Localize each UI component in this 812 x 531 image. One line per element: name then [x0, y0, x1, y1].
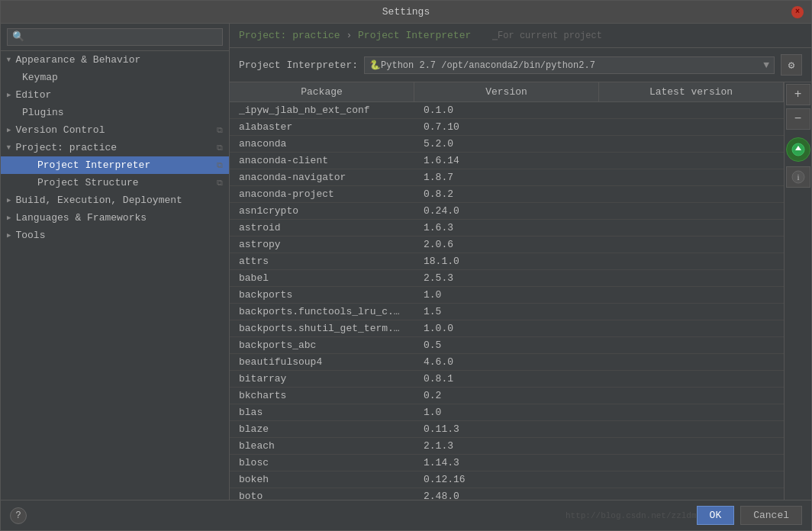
cell-latest: [599, 304, 784, 320]
breadcrumb-path: Project: practice: [239, 30, 340, 41]
close-button[interactable]: ×: [791, 6, 804, 18]
cell-package: backports: [230, 287, 414, 303]
col-version: Version: [414, 82, 599, 101]
cell-package: backports.functools_lru_c...: [230, 304, 414, 320]
table-row[interactable]: boto 2.48.0: [230, 488, 784, 500]
interpreter-bar: Project Interpreter: 🐍Python 2.7 /opt/an…: [230, 48, 811, 82]
remove-package-button[interactable]: −: [786, 108, 810, 130]
cell-latest: [599, 186, 784, 202]
cell-package: bkcharts: [230, 388, 414, 404]
dropdown-icon: ▼: [763, 60, 769, 71]
interpreter-label: Project Interpreter:: [239, 60, 358, 71]
ok-button[interactable]: OK: [697, 506, 735, 525]
interpreter-value: 🐍Python 2.7 /opt/anaconda2/bin/python2.7: [369, 60, 595, 71]
title-bar: Settings ×: [1, 1, 811, 24]
table-row[interactable]: bkcharts 0.2: [230, 388, 784, 404]
side-actions: + − i: [784, 82, 811, 500]
cell-version: 0.5: [414, 337, 599, 353]
cell-package: _ipyw_jlab_nb_ext_conf: [230, 102, 414, 118]
table-row[interactable]: _ipyw_jlab_nb_ext_conf 0.1.0: [230, 102, 784, 119]
info-package-button[interactable]: i: [786, 166, 810, 188]
arrow-icon: ▶: [7, 126, 11, 134]
cell-latest: [599, 371, 784, 387]
cell-package: bokeh: [230, 471, 414, 488]
sidebar-item-languages[interactable]: ▶ Languages & Frameworks: [1, 209, 229, 227]
table-body: _ipyw_jlab_nb_ext_conf 0.1.0 alabaster 0…: [230, 102, 784, 500]
sidebar-item-project-interpreter[interactable]: Project Interpreter ⧉: [1, 156, 229, 174]
breadcrumb: Project: practice › Project Interpreter …: [230, 24, 811, 48]
cell-latest: [599, 320, 784, 336]
packages-area: Package Version Latest version _ipyw_jla…: [230, 82, 811, 500]
table-row[interactable]: astroid 1.6.3: [230, 220, 784, 237]
cell-package: bleach: [230, 438, 414, 454]
table-row[interactable]: bitarray 0.8.1: [230, 371, 784, 388]
cell-latest: [599, 203, 784, 219]
sidebar-item-tools[interactable]: ▶ Tools: [1, 227, 229, 244]
table-row[interactable]: backports 1.0: [230, 287, 784, 304]
interpreter-select[interactable]: 🐍Python 2.7 /opt/anaconda2/bin/python2.7…: [364, 56, 775, 74]
cancel-button[interactable]: Cancel: [740, 506, 802, 525]
sidebar-item-build[interactable]: ▶ Build, Execution, Deployment: [1, 191, 229, 209]
table-row[interactable]: attrs 18.1.0: [230, 253, 784, 270]
cell-version: 0.8.1: [414, 371, 599, 387]
sidebar-item-label: Editor: [15, 89, 51, 101]
table-row[interactable]: bleach 2.1.3: [230, 438, 784, 455]
sidebar-item-label: Project: practice: [15, 142, 117, 153]
sidebar-item-label: Plugins: [22, 107, 64, 118]
bottom-bar: ? http://blog.csdn.net/zzldm OK Cancel: [1, 500, 811, 530]
table-row[interactable]: anaconda-project 0.8.2: [230, 186, 784, 203]
window-title: Settings: [382, 6, 430, 18]
sidebar-item-project-practice[interactable]: ▶ Project: practice ⧉: [1, 139, 229, 156]
table-row[interactable]: astropy 2.0.6: [230, 237, 784, 253]
sidebar-item-keymap[interactable]: Keymap: [1, 69, 229, 86]
cell-version: 2.48.0: [414, 488, 599, 500]
table-row[interactable]: anaconda 5.2.0: [230, 136, 784, 153]
upgrade-package-button[interactable]: [786, 137, 810, 162]
arrow-icon: ▶: [7, 196, 11, 204]
breadcrumb-separator: ›: [346, 30, 358, 41]
sidebar-item-version-control[interactable]: ▶ Version Control ⧉: [1, 121, 229, 139]
cell-latest: [599, 404, 784, 420]
table-row[interactable]: anaconda-client 1.6.14: [230, 153, 784, 169]
cell-latest: [599, 169, 784, 185]
sidebar-item-label: Version Control: [15, 124, 105, 136]
table-row[interactable]: backports_abc 0.5: [230, 337, 784, 354]
arrow-icon: ▶: [7, 91, 11, 99]
bottom-right: OK Cancel: [697, 506, 802, 525]
table-row[interactable]: babel 2.5.3: [230, 270, 784, 287]
sidebar-item-plugins[interactable]: Plugins: [1, 104, 229, 121]
table-row[interactable]: beautifulsoup4 4.6.0: [230, 354, 784, 371]
cell-latest: [599, 119, 784, 135]
cell-package: anaconda-project: [230, 186, 414, 202]
sidebar-item-project-structure[interactable]: Project Structure ⧉: [1, 174, 229, 191]
cell-latest: [599, 253, 784, 269]
main-area: ▶ Appearance & Behavior Keymap ▶ Editor …: [1, 24, 811, 500]
table-header: Package Version Latest version: [230, 82, 784, 102]
cell-package: blaze: [230, 421, 414, 437]
help-button[interactable]: ?: [10, 507, 27, 524]
search-input[interactable]: [7, 28, 223, 46]
sidebar-item-appearance[interactable]: ▶ Appearance & Behavior: [1, 51, 229, 69]
table-row[interactable]: backports.shutil_get_term... 1.0.0: [230, 320, 784, 337]
gear-button[interactable]: ⚙: [781, 54, 802, 76]
cell-latest: [599, 220, 784, 236]
copy-icon: ⧉: [217, 161, 223, 170]
cell-latest: [599, 153, 784, 169]
cell-package: blas: [230, 404, 414, 420]
cell-version: 0.12.16: [414, 471, 599, 488]
cell-latest: [599, 354, 784, 370]
table-row[interactable]: asn1crypto 0.24.0: [230, 203, 784, 220]
table-row[interactable]: alabaster 0.7.10: [230, 119, 784, 136]
search-bar: [1, 24, 229, 51]
table-row[interactable]: blas 1.0: [230, 404, 784, 421]
table-row[interactable]: blosc 1.14.3: [230, 455, 784, 471]
table-row[interactable]: bokeh 0.12.16: [230, 471, 784, 488]
table-row[interactable]: anaconda-navigator 1.8.7: [230, 169, 784, 186]
add-package-button[interactable]: +: [786, 84, 810, 105]
table-row[interactable]: backports.functools_lru_c... 1.5: [230, 304, 784, 320]
sidebar-item-label: Project Interpreter: [37, 159, 150, 171]
cell-version: 1.6.3: [414, 220, 599, 236]
sidebar-item-editor[interactable]: ▶ Editor: [1, 86, 229, 104]
table-row[interactable]: blaze 0.11.3: [230, 421, 784, 438]
cell-version: 0.11.3: [414, 421, 599, 437]
